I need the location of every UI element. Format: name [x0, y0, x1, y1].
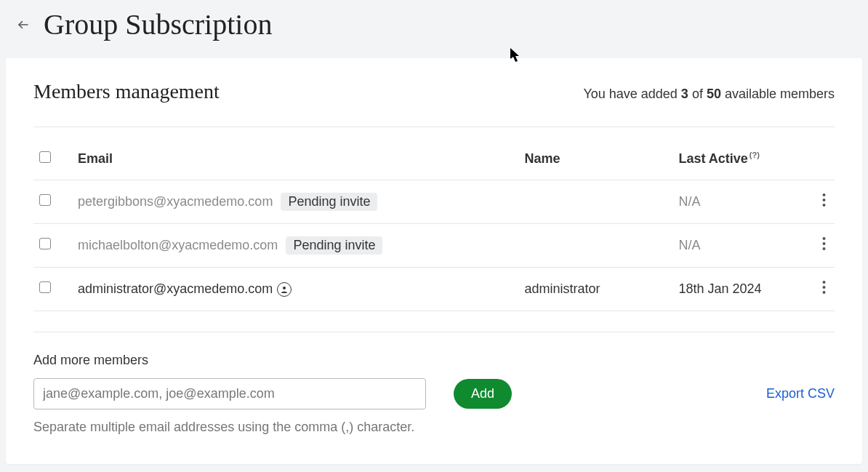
header-checkbox-cell: [33, 142, 72, 180]
row-last-active: N/A: [672, 224, 803, 268]
row-checkbox[interactable]: [39, 194, 51, 206]
table-row: petergibbons@xyacmedemo.com Pending invi…: [33, 180, 835, 224]
section-title: Members management: [33, 80, 220, 103]
header-bar: Group Subscription: [0, 0, 868, 55]
row-checkbox[interactable]: [39, 281, 51, 293]
table-row: administrator@xyacmedemo.comadministrato…: [33, 268, 835, 311]
page-title: Group Subscription: [44, 7, 272, 41]
svg-point-6: [823, 247, 826, 250]
pending-invite-badge: Pending invite: [281, 193, 377, 211]
added-count: 3: [681, 87, 688, 101]
header-actions: [804, 142, 835, 180]
row-name: [519, 224, 673, 268]
members-card: Members management You have added 3 of 5…: [6, 58, 862, 464]
row-last-active: 18th Jan 2024: [672, 268, 803, 311]
total-count: 50: [707, 87, 721, 101]
table-bottom-divider: [33, 332, 835, 332]
add-hint-text: Separate multiple email addresses using …: [33, 420, 835, 435]
row-last-active: N/A: [672, 180, 803, 224]
row-checkbox[interactable]: [39, 238, 51, 249]
header-name: Name: [519, 142, 673, 180]
row-menu-button[interactable]: [819, 191, 829, 213]
back-arrow-button[interactable]: [15, 16, 32, 33]
add-members-row: Add Export CSV: [33, 378, 835, 409]
svg-point-4: [823, 237, 826, 240]
svg-point-9: [823, 286, 826, 289]
export-csv-link[interactable]: Export CSV: [766, 386, 835, 401]
svg-point-1: [823, 193, 826, 196]
row-menu-button[interactable]: [819, 278, 829, 300]
help-icon[interactable]: (?): [750, 151, 760, 159]
row-name: [519, 180, 673, 224]
pending-invite-badge: Pending invite: [286, 236, 382, 255]
svg-point-10: [823, 291, 826, 294]
svg-point-2: [823, 199, 826, 201]
members-table: Email Name Last Active(?) petergibbons@x…: [33, 142, 835, 311]
owner-icon: [277, 282, 292, 297]
svg-point-3: [823, 204, 826, 207]
svg-point-8: [823, 281, 826, 284]
add-emails-input[interactable]: [33, 378, 426, 409]
add-button[interactable]: Add: [454, 379, 512, 409]
table-row: michaelbolton@xyacmedemo.com Pending inv…: [33, 224, 835, 268]
row-email: administrator@xyacmedemo.com: [78, 281, 273, 296]
header-email: Email: [72, 142, 519, 180]
row-email: michaelbolton@xyacmedemo.com: [78, 238, 278, 252]
header-last-active: Last Active(?): [672, 142, 803, 180]
svg-point-7: [283, 287, 286, 289]
member-count-text: You have added 3 of 50 available members: [583, 87, 835, 102]
row-name: administrator: [519, 268, 673, 311]
section-header: Members management You have added 3 of 5…: [33, 80, 835, 127]
add-members-label: Add more members: [33, 353, 835, 368]
svg-point-5: [823, 242, 826, 245]
arrow-left-icon: [17, 18, 30, 31]
add-members-section: Add more members Add Export CSV Separate…: [33, 353, 835, 435]
row-menu-button[interactable]: [819, 234, 829, 257]
select-all-checkbox[interactable]: [39, 151, 51, 163]
row-email: petergibbons@xyacmedemo.com: [78, 194, 273, 209]
